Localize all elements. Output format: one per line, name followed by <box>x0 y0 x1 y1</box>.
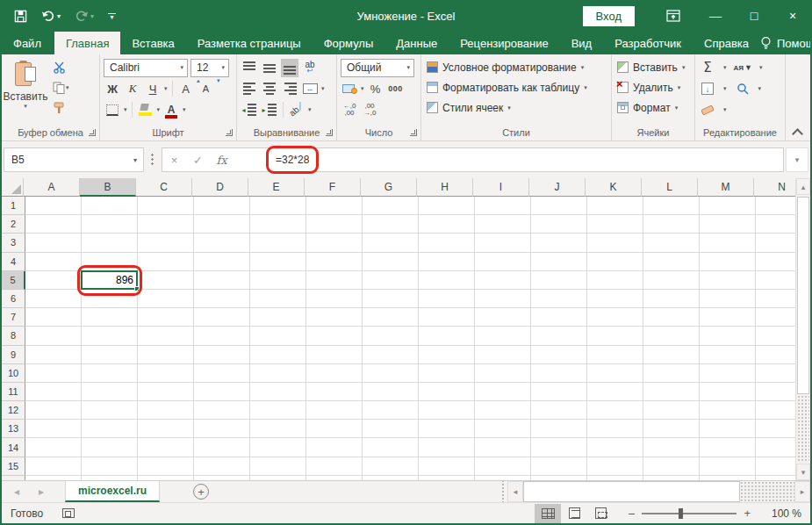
collapse-ribbon-button[interactable] <box>794 127 801 135</box>
close-button[interactable]: × <box>773 0 812 32</box>
cell-K1[interactable] <box>587 197 643 215</box>
cell-A10[interactable] <box>25 364 82 383</box>
scroll-right-arrow[interactable]: ▸ <box>794 481 810 502</box>
cell-B10[interactable] <box>82 364 138 383</box>
tab-Данные[interactable]: Данные <box>384 32 449 54</box>
cell-F12[interactable] <box>306 401 363 420</box>
cell-M13[interactable] <box>700 420 756 438</box>
cell-I4[interactable] <box>475 253 531 271</box>
font-dialog-launcher[interactable] <box>226 129 233 136</box>
row-header-4[interactable]: 4 <box>2 253 25 271</box>
button-удалить[interactable]: Удалить▾ <box>612 77 694 97</box>
button-вставить[interactable]: Вставить▾ <box>612 57 694 77</box>
cell-I7[interactable] <box>475 308 531 327</box>
cell-B13[interactable] <box>82 420 138 438</box>
tab-Рецензирование[interactable]: Рецензирование <box>449 32 559 54</box>
fill-color-button[interactable] <box>137 101 154 119</box>
row-header-14[interactable]: 14 <box>2 438 25 457</box>
cell-G12[interactable] <box>363 401 419 420</box>
cell-I12[interactable] <box>475 401 531 420</box>
cell-G10[interactable] <box>363 364 419 383</box>
cell-J13[interactable] <box>531 420 587 438</box>
font-color-button[interactable]: А <box>162 101 180 119</box>
cancel-entry-button[interactable]: × <box>162 154 186 167</box>
cell-M14[interactable] <box>700 438 756 457</box>
cell-C6[interactable] <box>138 290 194 308</box>
cell-K2[interactable] <box>587 215 643 234</box>
row-header-7[interactable]: 7 <box>2 308 25 327</box>
cell-I6[interactable] <box>475 290 531 308</box>
decrease-indent-button[interactable]: ◂ <box>241 101 258 119</box>
cell-G7[interactable] <box>363 308 419 327</box>
cell-G5[interactable] <box>363 271 419 290</box>
row-header-2[interactable]: 2 <box>2 215 25 234</box>
cell-H12[interactable] <box>419 401 475 420</box>
cell-L4[interactable] <box>643 253 700 271</box>
cell-K9[interactable] <box>587 346 643 364</box>
cell-L7[interactable] <box>643 308 700 327</box>
cell-M1[interactable] <box>700 197 756 215</box>
paste-button[interactable]: Вставить ▾ <box>2 57 49 119</box>
cell-F14[interactable] <box>306 438 363 457</box>
cell-B6[interactable] <box>82 290 138 308</box>
clear-caret[interactable]: ▾ <box>723 106 727 113</box>
cell-H7[interactable] <box>419 308 475 327</box>
cell-J4[interactable] <box>531 253 587 271</box>
cell-A9[interactable] <box>25 346 82 364</box>
clear-button[interactable] <box>699 101 716 119</box>
column-header-K[interactable]: K <box>586 178 642 197</box>
prev-sheet-arrow[interactable]: ◂ <box>14 485 19 498</box>
cell-I1[interactable] <box>475 197 531 215</box>
cell-B7[interactable] <box>82 308 138 327</box>
underline-caret[interactable]: ▾ <box>164 85 168 92</box>
cell-M10[interactable] <box>700 364 756 383</box>
alignment-dialog-launcher[interactable] <box>326 129 333 136</box>
column-header-I[interactable]: I <box>473 178 529 197</box>
row-header-6[interactable]: 6 <box>2 290 25 308</box>
cell-G1[interactable] <box>363 197 419 215</box>
cell-L2[interactable] <box>643 215 700 234</box>
cell-H15[interactable] <box>419 457 475 476</box>
cell-G14[interactable] <box>363 438 419 457</box>
customize-qat-button[interactable]: ▾ <box>108 13 116 19</box>
number-dialog-launcher[interactable] <box>410 129 417 136</box>
fill-caret[interactable]: ▾ <box>723 85 727 92</box>
cell-A14[interactable] <box>25 438 82 457</box>
cut-button[interactable] <box>51 57 99 77</box>
cell-H10[interactable] <box>419 364 475 383</box>
column-header-J[interactable]: J <box>529 178 586 197</box>
cell-E6[interactable] <box>250 290 306 308</box>
cell-I3[interactable] <box>475 234 531 252</box>
font-color-caret[interactable]: ▾ <box>183 106 186 113</box>
cell-H11[interactable] <box>419 383 475 401</box>
cell-L5[interactable] <box>643 271 700 290</box>
cell-L9[interactable] <box>643 346 700 364</box>
undo-button[interactable]: ▾ <box>41 10 61 22</box>
cell-J15[interactable] <box>531 457 587 476</box>
cell-E11[interactable] <box>250 383 306 401</box>
borders-button[interactable] <box>104 101 121 119</box>
cell-A2[interactable] <box>25 215 82 234</box>
horizontal-scrollbar[interactable]: ◂ ▸ <box>499 481 810 502</box>
cell-H4[interactable] <box>419 253 475 271</box>
cell-C3[interactable] <box>138 234 194 252</box>
cell-E10[interactable] <box>250 364 306 383</box>
cell-G2[interactable] <box>363 215 419 234</box>
cell-K11[interactable] <box>587 383 643 401</box>
copy-caret[interactable]: ▾ <box>66 84 69 91</box>
cell-D5[interactable] <box>194 271 250 290</box>
cell-D12[interactable] <box>194 401 250 420</box>
column-header-M[interactable]: M <box>698 178 754 197</box>
cell-L12[interactable] <box>643 401 700 420</box>
cell-J1[interactable] <box>531 197 587 215</box>
cell-E2[interactable] <box>250 215 306 234</box>
cell-A1[interactable] <box>25 197 82 215</box>
cell-L8[interactable] <box>643 327 700 345</box>
cell-J3[interactable] <box>531 234 587 252</box>
button-стили-ячеек[interactable]: Стили ячеек▾ <box>421 97 611 118</box>
accounting-caret[interactable]: ▾ <box>361 85 364 92</box>
font-size-combo[interactable]: 12 ▾ <box>190 59 229 77</box>
cell-D4[interactable] <box>194 253 250 271</box>
cell-M12[interactable] <box>700 401 756 420</box>
tab-Вид[interactable]: Вид <box>560 32 604 54</box>
